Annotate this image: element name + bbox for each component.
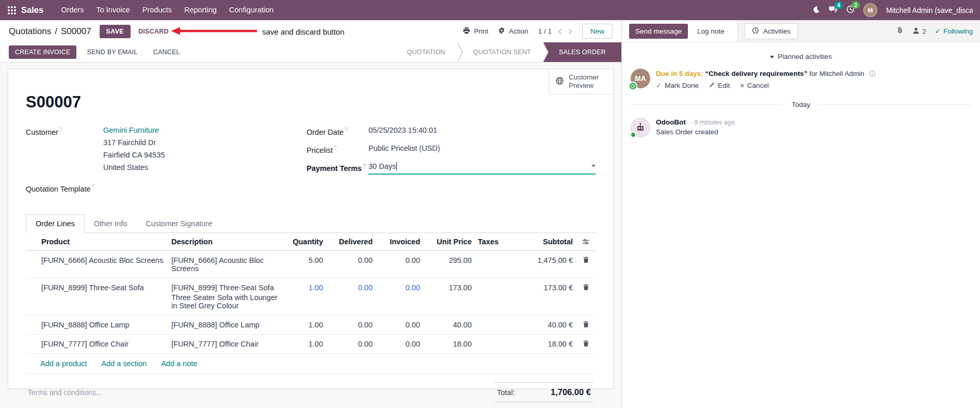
cell-description[interactable]: [FURN_8999] Three-Seat Sofa Three Seater… xyxy=(168,278,281,315)
tab-other-info[interactable]: Other Info xyxy=(85,214,136,233)
col-subtotal[interactable]: Subtotal xyxy=(510,233,576,251)
cell-subtotal: 18.00 € xyxy=(510,334,576,353)
help-icon: ? xyxy=(345,127,348,133)
save-button[interactable]: SAVE xyxy=(100,25,131,38)
cell-product[interactable]: [FURN_7777] Office Chair xyxy=(38,334,168,353)
following-button[interactable]: ✓ Following xyxy=(935,27,973,35)
activities-tray-button[interactable]: 2 xyxy=(846,5,855,15)
customer-preview-label: Customer Preview xyxy=(569,73,607,90)
cell-description[interactable]: [FURN_6666] Acoustic Bloc Screens xyxy=(168,250,281,278)
pager: 1 / 1 xyxy=(538,27,572,35)
moon-icon xyxy=(812,6,820,15)
pager-previous-icon[interactable] xyxy=(558,28,562,35)
order-line-row[interactable]: [FURN_6666] Acoustic Bloc Screens [FURN_… xyxy=(26,250,596,278)
breadcrumb-quotations[interactable]: Quotations xyxy=(9,26,51,37)
col-product[interactable]: Product xyxy=(38,233,168,251)
order-line-row[interactable]: [FURN_8888] Office Lamp [FURN_8888] Offi… xyxy=(26,315,596,334)
user-name[interactable]: Mitchell Admin (save_discar xyxy=(886,6,973,14)
edit-activity-button[interactable]: Edit xyxy=(709,82,730,89)
add-a-section-link[interactable]: Add a section xyxy=(101,359,147,368)
send-message-button[interactable]: Send message xyxy=(629,24,688,39)
order-line-row[interactable]: [FURN_8999] Three-Seat Sofa [FURN_8999] … xyxy=(26,278,596,315)
attachments-button[interactable] xyxy=(896,26,904,36)
user-avatar: M xyxy=(863,3,877,17)
discard-button[interactable]: DISCARD xyxy=(133,25,174,38)
messages-button[interactable]: 4 xyxy=(829,6,838,15)
planned-activities-header[interactable]: Planned activities xyxy=(622,53,980,60)
x-icon: × xyxy=(740,82,744,89)
order-line-row[interactable]: [FURN_7777] Office Chair [FURN_7777] Off… xyxy=(26,334,596,353)
cell-description[interactable]: [FURN_8888] Office Lamp xyxy=(168,315,281,334)
menu-products[interactable]: Products xyxy=(136,0,178,20)
tab-customer-signature[interactable]: Customer Signature xyxy=(136,214,221,233)
statusbar-step-sales-order[interactable]: SALES ORDER xyxy=(543,42,621,62)
order-lines-table: Product Description Quantity Delivered I… xyxy=(26,233,596,354)
cell-product[interactable]: [FURN_8999] Three-Seat Sofa xyxy=(38,278,168,315)
col-taxes[interactable]: Taxes xyxy=(475,233,510,251)
menu-orders[interactable]: Orders xyxy=(55,0,90,20)
cell-taxes[interactable] xyxy=(475,278,510,315)
log-note-button[interactable]: Log note xyxy=(691,24,731,39)
customer-preview-button[interactable]: Customer Preview xyxy=(549,69,613,95)
print-button[interactable]: Print xyxy=(463,27,488,36)
followers-button[interactable]: 2 xyxy=(912,27,926,36)
breadcrumb-separator: / xyxy=(55,26,57,37)
menu-reporting[interactable]: Reporting xyxy=(178,0,223,20)
trash-icon[interactable] xyxy=(579,321,592,328)
pager-next-icon[interactable] xyxy=(568,28,572,35)
order-total: Total: 1,706.00 € xyxy=(494,382,593,402)
cancel-activity-button[interactable]: ×Cancel xyxy=(740,82,769,89)
apps-menu-button[interactable] xyxy=(7,6,16,14)
dark-mode-button[interactable] xyxy=(812,6,820,15)
message-author[interactable]: OdooBot xyxy=(656,118,686,126)
cell-quantity[interactable]: 1.00 xyxy=(281,334,326,353)
mark-done-button[interactable]: ✓Mark Done xyxy=(656,82,699,89)
col-unit-price[interactable]: Unit Price xyxy=(423,233,475,251)
col-description[interactable]: Description xyxy=(168,233,281,251)
new-button[interactable]: New xyxy=(582,24,613,39)
menu-configuration[interactable]: Configuration xyxy=(223,0,280,20)
create-invoice-button[interactable]: CREATE INVOICE xyxy=(9,45,76,59)
pricelist-field[interactable]: Public Pricelist (USD) xyxy=(368,142,596,154)
cell-quantity[interactable]: 5.00 xyxy=(281,250,326,278)
cell-unit-price[interactable]: 295.00 xyxy=(423,250,475,278)
cancel-button[interactable]: CANCEL xyxy=(148,45,185,59)
order-date-field[interactable]: 05/25/2023 15:40:01 xyxy=(368,124,596,136)
cell-taxes[interactable] xyxy=(475,250,510,278)
cell-unit-price[interactable]: 18.00 xyxy=(423,334,475,353)
cell-quantity[interactable]: 1.00 xyxy=(281,278,326,315)
info-icon[interactable] xyxy=(869,70,876,77)
action-button[interactable]: Action xyxy=(498,27,528,36)
cell-quantity[interactable]: 1.00 xyxy=(281,315,326,334)
cell-description[interactable]: [FURN_7777] Office Chair xyxy=(168,334,281,353)
activity-assignee: for Mitchell Admin xyxy=(809,70,864,77)
user-menu-button[interactable]: M xyxy=(863,3,877,17)
col-invoiced[interactable]: Invoiced xyxy=(376,233,423,251)
menu-to-invoice[interactable]: To Invoice xyxy=(90,0,136,20)
statusbar-step-quotation[interactable]: QUOTATION xyxy=(392,42,458,62)
cell-taxes[interactable] xyxy=(475,315,510,334)
gear-icon xyxy=(498,27,505,36)
tab-order-lines[interactable]: Order Lines xyxy=(26,214,85,233)
chevron-down-icon[interactable] xyxy=(591,165,596,167)
add-a-note-link[interactable]: Add a note xyxy=(161,359,197,368)
trash-icon[interactable] xyxy=(579,284,592,291)
send-by-email-button[interactable]: SEND BY EMAIL xyxy=(82,45,142,59)
cell-product[interactable]: [FURN_6666] Acoustic Bloc Screens xyxy=(38,250,168,278)
cell-taxes[interactable] xyxy=(475,334,510,353)
optional-columns-icon[interactable] xyxy=(576,233,596,251)
cell-product[interactable]: [FURN_8888] Office Lamp xyxy=(38,315,168,334)
payment-terms-field[interactable]: 30 Days xyxy=(368,160,596,175)
trash-icon[interactable] xyxy=(579,256,592,263)
col-quantity[interactable]: Quantity xyxy=(281,233,326,251)
col-delivered[interactable]: Delivered xyxy=(326,233,376,251)
cell-unit-price[interactable]: 173.00 xyxy=(423,278,475,315)
add-a-product-link[interactable]: Add a product xyxy=(40,359,87,368)
customer-link[interactable]: Gemini Furniture xyxy=(103,126,159,134)
app-name[interactable]: Sales xyxy=(21,5,43,15)
cell-unit-price[interactable]: 40.00 xyxy=(423,315,475,334)
statusbar-step-quotation-sent[interactable]: QUOTATION SENT xyxy=(458,42,543,62)
terms-and-conditions-placeholder[interactable]: Terms and conditions... xyxy=(28,382,102,402)
trash-icon[interactable] xyxy=(579,340,592,347)
activities-tab-button[interactable]: Activities xyxy=(745,23,798,39)
